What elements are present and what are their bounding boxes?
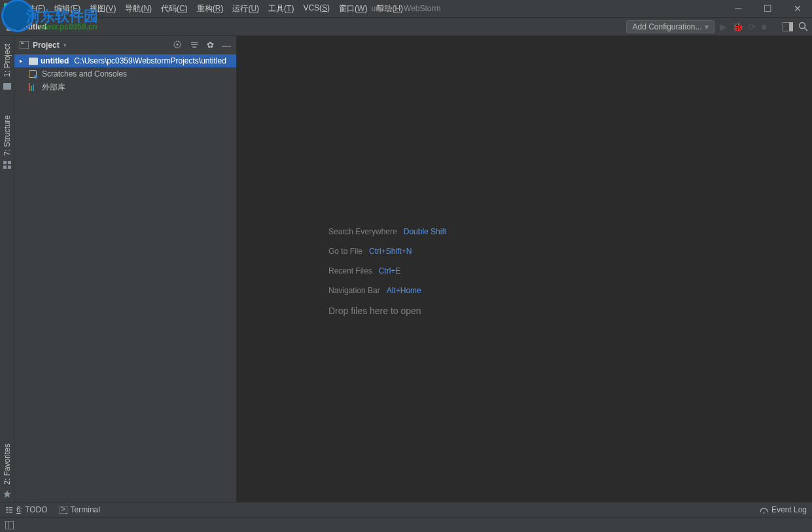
hint-go-to-file: Go to File Ctrl+Shift+N xyxy=(328,247,412,256)
debug-icon[interactable]: 🐞 xyxy=(732,22,743,32)
folder-icon xyxy=(7,23,16,31)
svg-rect-22 xyxy=(9,512,12,513)
svg-rect-18 xyxy=(9,507,12,508)
dropdown-icon[interactable]: ▾ xyxy=(63,42,67,48)
project-panel-title: Project xyxy=(33,41,60,50)
hint-navigation-bar: Navigation Bar Alt+Home xyxy=(328,286,421,295)
left-tool-gutter: 1: Project 7: Structure 2: Favorites xyxy=(0,36,14,502)
svg-rect-5 xyxy=(3,161,7,164)
folder-icon xyxy=(29,58,38,65)
svg-point-25 xyxy=(763,512,764,514)
add-configuration-button[interactable]: Add Configuration...▾ xyxy=(626,20,714,33)
search-icon[interactable] xyxy=(798,22,808,31)
expand-arrow-icon[interactable]: ▸ xyxy=(20,58,26,64)
tree-external-libs-node[interactable]: 外部库 xyxy=(14,80,236,94)
terminal-icon: >_ xyxy=(60,506,67,514)
scratches-icon xyxy=(29,70,37,78)
menu-window[interactable]: 窗口(W) xyxy=(339,3,367,14)
project-view-icon xyxy=(20,41,29,49)
stop-icon[interactable]: ■ xyxy=(762,22,767,32)
layout-icon[interactable] xyxy=(783,22,793,31)
svg-point-13 xyxy=(177,43,179,45)
svg-text:>_: >_ xyxy=(61,506,67,514)
tree-scratches-node[interactable]: Scratches and Consoles xyxy=(14,67,236,80)
menu-refactor[interactable]: 重构(R) xyxy=(197,3,224,14)
window-title: untitled - WebStorm xyxy=(372,4,441,13)
svg-rect-10 xyxy=(20,41,29,49)
svg-rect-11 xyxy=(21,43,24,44)
drop-hint: Drop files here to open xyxy=(328,306,421,316)
hint-recent-files: Recent Files Ctrl+E xyxy=(328,266,400,275)
project-tab-icon xyxy=(3,82,11,90)
window-maximize-button[interactable]: ☐ xyxy=(753,0,783,18)
tree-root-path: C:\Users\pc0359\WebstormProjects\untitle… xyxy=(74,56,226,65)
window-minimize-button[interactable]: ─ xyxy=(724,0,753,18)
tree-node-label: Scratches and Consoles xyxy=(42,69,127,79)
navigation-bar: untitled Add Configuration...▾ ▶ 🐞 ⟳ ■ xyxy=(0,18,812,36)
locate-icon[interactable] xyxy=(173,40,182,50)
breadcrumb-root: untitled xyxy=(18,22,46,31)
webstorm-icon: WS xyxy=(4,3,14,14)
menu-tools[interactable]: 工具(T) xyxy=(268,3,294,14)
svg-line-3 xyxy=(805,28,808,31)
project-tab[interactable]: 1: Project xyxy=(3,44,12,77)
menu-code[interactable]: 代码(C) xyxy=(161,3,188,14)
svg-rect-21 xyxy=(6,512,8,513)
svg-rect-1 xyxy=(789,22,793,31)
title-bar: WS 文件(F) 编辑(E) 视图(V) 导航(N) 代码(C) 重构(R) 运… xyxy=(0,0,812,18)
structure-tab-icon xyxy=(3,161,11,169)
menu-view[interactable]: 视图(V) xyxy=(90,3,116,14)
menu-vcs[interactable]: VCS(S) xyxy=(303,3,330,14)
svg-rect-20 xyxy=(9,510,12,511)
collapse-all-icon[interactable] xyxy=(190,40,199,50)
event-log-icon xyxy=(760,506,768,514)
menu-edit[interactable]: 编辑(E) xyxy=(54,3,80,14)
svg-rect-6 xyxy=(8,161,11,164)
tool-window-toggle-icon[interactable] xyxy=(5,521,14,529)
hint-search-everywhere: Search Everywhere Double Shift xyxy=(328,227,446,236)
project-tree[interactable]: ▸ untitled C:\Users\pc0359\WebstormProje… xyxy=(14,54,236,94)
external-libs-icon xyxy=(29,83,37,91)
structure-tab[interactable]: 7: Structure xyxy=(3,115,12,156)
todo-tab[interactable]: 6: TODO xyxy=(5,505,48,514)
svg-rect-19 xyxy=(6,510,8,511)
svg-rect-4 xyxy=(3,83,11,90)
favorites-tab-icon xyxy=(3,490,11,498)
project-panel: Project ▾ ✿ — ▸ untitled C:\Users\pc0359… xyxy=(14,36,237,502)
event-log-tab[interactable]: Event Log xyxy=(760,505,807,514)
svg-rect-7 xyxy=(3,166,7,169)
svg-rect-17 xyxy=(6,507,8,508)
favorites-tab[interactable]: 2: Favorites xyxy=(3,444,12,485)
svg-rect-27 xyxy=(6,521,9,529)
status-bar xyxy=(0,517,812,532)
main-menu: 文件(F) 编辑(E) 视图(V) 导航(N) 代码(C) 重构(R) 运行(U… xyxy=(20,3,403,14)
menu-run[interactable]: 运行(U) xyxy=(232,3,259,14)
svg-rect-26 xyxy=(6,521,14,529)
rerun-icon[interactable]: ⟳ xyxy=(749,22,756,32)
tree-root-label: untitled xyxy=(41,56,69,65)
terminal-tab[interactable]: >_ Terminal xyxy=(60,505,100,514)
tree-root-node[interactable]: ▸ untitled C:\Users\pc0359\WebstormProje… xyxy=(14,54,236,67)
breadcrumb[interactable]: untitled xyxy=(7,22,46,31)
project-panel-header: Project ▾ ✿ — xyxy=(14,36,236,54)
tree-node-label: 外部库 xyxy=(42,82,65,93)
hide-panel-icon[interactable]: — xyxy=(222,40,231,50)
editor-empty-state[interactable]: Search Everywhere Double Shift Go to Fil… xyxy=(237,36,812,502)
menu-navigate[interactable]: 导航(N) xyxy=(125,3,152,14)
run-icon[interactable]: ▶ xyxy=(720,22,727,32)
svg-marker-9 xyxy=(3,490,11,498)
gear-icon[interactable]: ✿ xyxy=(207,40,214,50)
bottom-tool-bar: 6: TODO >_ Terminal Event Log xyxy=(0,502,812,517)
svg-rect-8 xyxy=(8,166,11,169)
svg-point-2 xyxy=(800,23,805,29)
window-close-button[interactable]: ✕ xyxy=(783,0,812,18)
todo-icon xyxy=(5,506,13,514)
menu-file[interactable]: 文件(F) xyxy=(20,3,45,14)
